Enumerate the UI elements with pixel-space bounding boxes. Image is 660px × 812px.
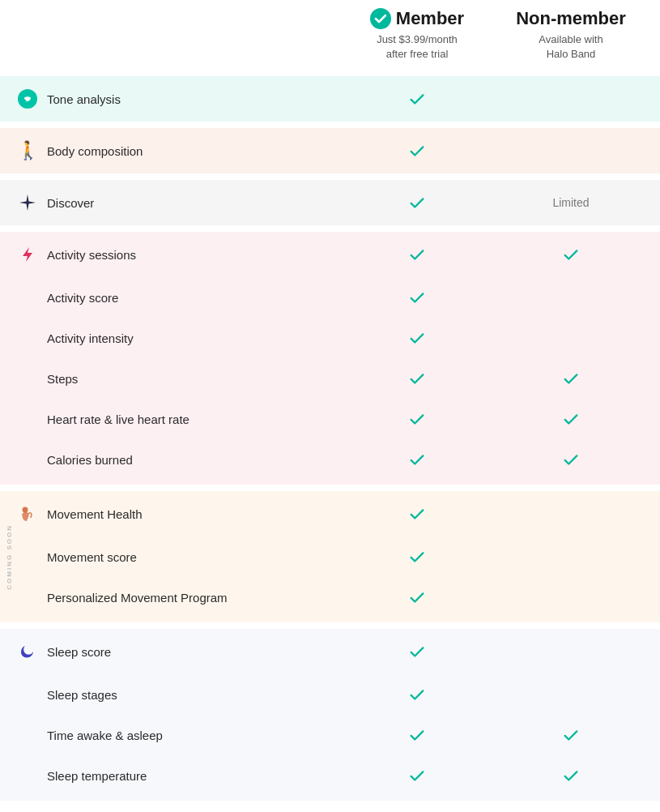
member-title-text: Member [396, 8, 464, 29]
check-badge-svg [374, 12, 387, 25]
divider-3 [0, 225, 660, 232]
activity-nonmember-check [498, 246, 644, 263]
sleep-temp-row: Sleep temperature [0, 755, 660, 796]
moon-icon [16, 640, 39, 663]
activity-score-label: Activity score [47, 291, 118, 305]
discover-label: Discover [47, 196, 94, 210]
sleep-section: Sleep score Sleep stages Time awake & as… [0, 629, 660, 801]
bolt-icon [16, 243, 39, 266]
member-title-wrap: Member [370, 8, 464, 29]
member-badge-icon [370, 8, 391, 29]
steps-label: Steps [47, 372, 78, 386]
checkmark-svg [408, 142, 426, 160]
sleep-score-label: Sleep score [47, 645, 111, 659]
movement-icon [16, 502, 39, 525]
discover-member-check [336, 194, 498, 212]
activity-intensity-label: Activity intensity [47, 331, 134, 345]
header-nonmember-col: Non-member Available withHalo Band [498, 8, 644, 62]
figure-icon: 🚶 [16, 139, 39, 162]
limited-text: Limited [552, 196, 589, 209]
calories-row: Calories burned [0, 439, 660, 480]
calories-label: Calories burned [47, 453, 133, 467]
heart-rate-label: Heart rate & live heart rate [47, 412, 189, 426]
activity-score-row: Activity score [0, 277, 660, 318]
time-awake-label: Time awake & asleep [47, 729, 163, 742]
body-member-check [336, 142, 498, 160]
discover-nonmember-col: Limited [498, 196, 644, 209]
activity-sessions-label: Activity sessions [47, 248, 136, 262]
movement-score-label: Movement score [47, 550, 137, 564]
body-composition-label: Body composition [47, 144, 143, 158]
checkmark-svg [408, 90, 426, 108]
chat-bubble-icon [18, 89, 37, 109]
tone-analysis-label: Tone analysis [47, 92, 121, 106]
movement-section-wrapper: COMING SOON Movement Health [0, 491, 660, 622]
chat-icon [16, 88, 39, 110]
personalized-movement-row: Personalized Movement Program [0, 577, 660, 618]
star-icon [16, 191, 39, 214]
time-awake-row: Time awake & asleep [0, 715, 660, 755]
movement-section: Movement Health Movement score [0, 491, 660, 622]
divider-2 [0, 173, 660, 180]
sleep-stages-label: Sleep stages [47, 688, 117, 702]
header: Member Just $3.99/monthafter free trial … [0, 0, 660, 76]
svg-marker-1 [23, 247, 32, 262]
member-subtitle: Just $3.99/monthafter free trial [377, 32, 458, 62]
movement-health-label: Movement Health [47, 507, 143, 521]
activity-section: Activity sessions Activity score [0, 232, 660, 485]
sleep-score-row: Sleep score [0, 629, 660, 674]
sleep-temp-label: Sleep temperature [47, 769, 147, 783]
activity-member-check [336, 246, 498, 263]
movement-health-row: Movement Health [0, 491, 660, 536]
activity-score-col: Activity score [16, 286, 336, 309]
steps-row: Steps [0, 358, 660, 399]
tone-analysis-row: Tone analysis [0, 76, 660, 122]
activity-feature-col: Activity sessions [16, 243, 336, 266]
divider-4 [0, 485, 660, 491]
personalized-movement-label: Personalized Movement Program [47, 591, 228, 605]
discover-feature-col: Discover [16, 191, 336, 214]
svg-point-2 [23, 507, 28, 513]
tone-feature-col: Tone analysis [16, 88, 336, 110]
divider-1 [0, 122, 660, 128]
body-feature-col: 🚶 Body composition [16, 139, 336, 162]
activity-intensity-row: Activity intensity [0, 318, 660, 358]
movement-score-row: Movement score [0, 536, 660, 577]
body-composition-row: 🚶 Body composition [0, 128, 660, 173]
tone-member-check [336, 90, 498, 108]
heart-rate-row: Heart rate & live heart rate [0, 399, 660, 439]
nonmember-title-text: Non-member [516, 8, 626, 29]
header-member-col: Member Just $3.99/monthafter free trial [336, 8, 498, 62]
sleep-stages-row: Sleep stages [0, 674, 660, 715]
checkmark-svg [408, 194, 426, 212]
coming-soon-text: COMING SOON [6, 524, 13, 590]
divider-5 [0, 622, 660, 629]
activity-sessions-row: Activity sessions [0, 232, 660, 277]
discover-row: Discover Limited [0, 180, 660, 225]
coming-soon-sidebar: COMING SOON [3, 491, 15, 622]
nonmember-subtitle: Available withHalo Band [539, 32, 603, 62]
